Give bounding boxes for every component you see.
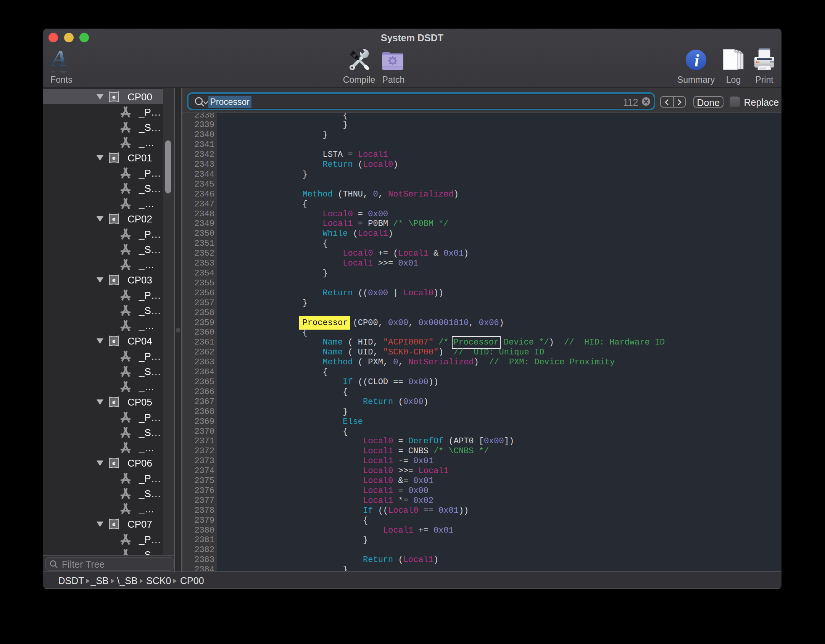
- svg-text:i: i: [694, 51, 699, 70]
